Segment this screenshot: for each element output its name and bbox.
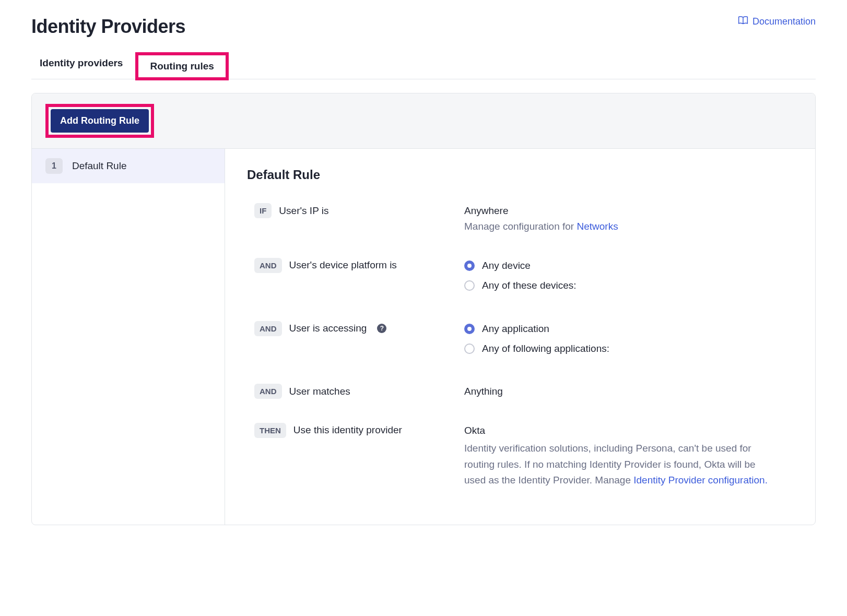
condition-device: AND User's device platform is Any device… <box>247 258 793 298</box>
condition-matches: AND User matches Anything <box>247 384 793 399</box>
chip-then: THEN <box>254 423 286 438</box>
chip-and: AND <box>254 258 282 273</box>
card-toolbar: Add Routing Rule <box>32 93 815 149</box>
documentation-link[interactable]: Documentation <box>738 16 816 28</box>
add-routing-rule-button[interactable]: Add Routing Rule <box>51 109 149 133</box>
condition-ip-subtext: Manage configuration for <box>464 221 577 232</box>
idp-config-link[interactable]: Identity Provider configuration. <box>633 475 768 485</box>
documentation-link-label: Documentation <box>752 16 816 27</box>
condition-then: THEN Use this identity provider Okta Ide… <box>247 423 793 489</box>
condition-then-value: Okta <box>464 423 793 439</box>
radio-these-devices[interactable] <box>464 280 475 291</box>
condition-ip-value: Anywhere <box>464 203 793 219</box>
book-icon <box>738 16 748 28</box>
page-title: Identity Providers <box>31 16 185 38</box>
highlight-add-button: Add Routing Rule <box>45 104 154 138</box>
chip-if: IF <box>254 203 272 218</box>
routing-rules-card: Add Routing Rule 1 Default Rule Default … <box>31 93 816 525</box>
radio-following-applications[interactable] <box>464 343 475 354</box>
condition-ip: IF User's IP is Anywhere Manage configur… <box>247 203 793 235</box>
condition-access: AND User is accessing ? Any application … <box>247 321 793 361</box>
rule-list-item[interactable]: 1 Default Rule <box>32 149 225 183</box>
radio-any-application-label: Any application <box>482 321 549 337</box>
radio-any-device-label: Any device <box>482 258 531 274</box>
rule-number-badge: 1 <box>45 158 63 174</box>
tab-identity-providers[interactable]: Identity providers <box>31 52 135 79</box>
radio-following-applications-label: Any of following applications: <box>482 341 609 357</box>
condition-matches-value: Anything <box>464 386 503 397</box>
radio-any-application[interactable] <box>464 324 475 334</box>
radio-these-devices-label: Any of these devices: <box>482 278 577 293</box>
rule-list-item-label: Default Rule <box>72 160 127 172</box>
highlight-routing-rules-tab: Routing rules <box>135 52 228 80</box>
condition-then-label: Use this identity provider <box>293 424 402 436</box>
condition-access-label: User is accessing <box>289 323 367 334</box>
condition-ip-label: User's IP is <box>279 205 328 217</box>
rules-sidebar: 1 Default Rule <box>32 149 225 525</box>
chip-and: AND <box>254 321 282 336</box>
tabs: Identity providers Routing rules <box>31 52 816 79</box>
rule-detail-panel: Default Rule IF User's IP is Anywhere Ma… <box>225 149 815 525</box>
condition-matches-label: User matches <box>289 386 350 397</box>
rule-detail-title: Default Rule <box>247 168 793 182</box>
tab-routing-rules[interactable]: Routing rules <box>150 61 214 72</box>
networks-link[interactable]: Networks <box>577 221 618 232</box>
radio-any-device[interactable] <box>464 260 475 271</box>
condition-device-label: User's device platform is <box>289 259 397 271</box>
help-icon[interactable]: ? <box>377 324 386 333</box>
chip-and: AND <box>254 384 282 399</box>
